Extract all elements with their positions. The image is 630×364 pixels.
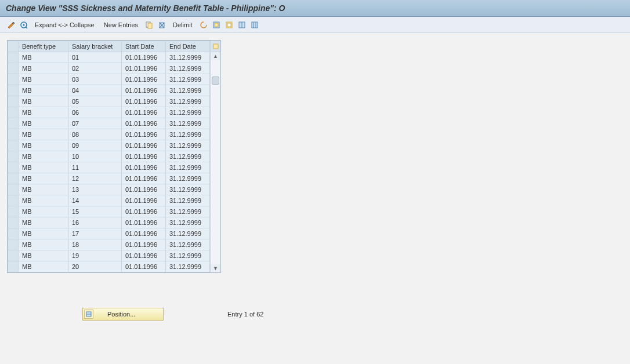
cell-start-date[interactable]: 01.01.1996 bbox=[122, 162, 166, 173]
cell-start-date[interactable]: 01.01.1996 bbox=[122, 85, 166, 96]
col-start-date[interactable]: Start Date bbox=[122, 41, 166, 52]
select-all-icon[interactable] bbox=[211, 20, 222, 30]
table-row[interactable]: MB0901.01.199631.12.9999 bbox=[8, 140, 210, 151]
table-row[interactable]: MB1901.01.199631.12.9999 bbox=[8, 250, 210, 261]
cell-end-date[interactable]: 31.12.9999 bbox=[166, 151, 210, 162]
cell-end-date[interactable]: 31.12.9999 bbox=[166, 63, 210, 74]
cell-benefit-type[interactable]: MB bbox=[19, 184, 68, 195]
cell-benefit-type[interactable]: MB bbox=[19, 250, 68, 261]
cell-start-date[interactable]: 01.01.1996 bbox=[122, 63, 166, 74]
table-row[interactable]: MB1401.01.199631.12.9999 bbox=[8, 195, 210, 206]
cell-salary-bracket[interactable]: 16 bbox=[68, 217, 122, 228]
cell-salary-bracket[interactable]: 03 bbox=[68, 74, 122, 85]
config-column2-icon[interactable] bbox=[249, 20, 260, 30]
table-row[interactable]: MB1001.01.199631.12.9999 bbox=[8, 151, 210, 162]
scroll-down-icon[interactable]: ▼ bbox=[213, 264, 218, 272]
cell-benefit-type[interactable]: MB bbox=[19, 151, 68, 162]
cell-salary-bracket[interactable]: 17 bbox=[68, 228, 122, 239]
table-row[interactable]: MB1701.01.199631.12.9999 bbox=[8, 228, 210, 239]
row-selector[interactable] bbox=[8, 52, 19, 63]
row-selector[interactable] bbox=[8, 85, 19, 96]
row-selector[interactable] bbox=[8, 118, 19, 129]
cell-start-date[interactable]: 01.01.1996 bbox=[122, 74, 166, 85]
table-settings-icon[interactable] bbox=[211, 41, 220, 52]
table-row[interactable]: MB0801.01.199631.12.9999 bbox=[8, 129, 210, 140]
cell-end-date[interactable]: 31.12.9999 bbox=[166, 250, 210, 261]
config-column-icon[interactable] bbox=[237, 20, 247, 30]
cell-end-date[interactable]: 31.12.9999 bbox=[166, 206, 210, 217]
cell-salary-bracket[interactable]: 09 bbox=[68, 140, 122, 151]
scroll-track[interactable] bbox=[211, 60, 220, 264]
cell-benefit-type[interactable]: MB bbox=[19, 118, 68, 129]
cell-benefit-type[interactable]: MB bbox=[19, 206, 68, 217]
cell-end-date[interactable]: 31.12.9999 bbox=[166, 107, 210, 118]
cell-salary-bracket[interactable]: 04 bbox=[68, 85, 122, 96]
row-selector[interactable] bbox=[8, 206, 19, 217]
row-selector[interactable] bbox=[8, 228, 19, 239]
row-selector-header[interactable] bbox=[8, 41, 19, 52]
cell-end-date[interactable]: 31.12.9999 bbox=[166, 239, 210, 250]
cell-salary-bracket[interactable]: 02 bbox=[68, 63, 122, 74]
cell-end-date[interactable]: 31.12.9999 bbox=[166, 85, 210, 96]
cell-end-date[interactable]: 31.12.9999 bbox=[166, 217, 210, 228]
table-row[interactable]: MB0601.01.199631.12.9999 bbox=[8, 107, 210, 118]
cell-benefit-type[interactable]: MB bbox=[19, 261, 68, 272]
cell-salary-bracket[interactable]: 10 bbox=[68, 151, 122, 162]
table-row[interactable]: MB0201.01.199631.12.9999 bbox=[8, 63, 210, 74]
cell-end-date[interactable]: 31.12.9999 bbox=[166, 261, 210, 272]
cell-start-date[interactable]: 01.01.1996 bbox=[122, 96, 166, 107]
row-selector[interactable] bbox=[8, 195, 19, 206]
position-button[interactable]: Position... bbox=[82, 308, 164, 321]
cell-benefit-type[interactable]: MB bbox=[19, 52, 68, 63]
row-selector[interactable] bbox=[8, 96, 19, 107]
other-view-icon[interactable] bbox=[19, 20, 29, 30]
scroll-up-icon[interactable]: ▲ bbox=[213, 52, 218, 60]
cell-salary-bracket[interactable]: 05 bbox=[68, 96, 122, 107]
cell-benefit-type[interactable]: MB bbox=[19, 63, 68, 74]
new-entries-button[interactable]: New Entries bbox=[104, 21, 138, 28]
table-row[interactable]: MB0101.01.199631.12.9999 bbox=[8, 52, 210, 63]
table-row[interactable]: MB1301.01.199631.12.9999 bbox=[8, 184, 210, 195]
cell-end-date[interactable]: 31.12.9999 bbox=[166, 52, 210, 63]
row-selector[interactable] bbox=[8, 140, 19, 151]
cell-end-date[interactable]: 31.12.9999 bbox=[166, 162, 210, 173]
cell-salary-bracket[interactable]: 13 bbox=[68, 184, 122, 195]
cell-start-date[interactable]: 01.01.1996 bbox=[122, 184, 166, 195]
cell-salary-bracket[interactable]: 01 bbox=[68, 52, 122, 63]
delimit-button[interactable]: Delimit bbox=[173, 21, 193, 28]
row-selector[interactable] bbox=[8, 107, 19, 118]
cell-benefit-type[interactable]: MB bbox=[19, 162, 68, 173]
row-selector[interactable] bbox=[8, 261, 19, 272]
cell-benefit-type[interactable]: MB bbox=[19, 74, 68, 85]
row-selector[interactable] bbox=[8, 151, 19, 162]
delete-icon[interactable] bbox=[157, 20, 167, 30]
cell-salary-bracket[interactable]: 12 bbox=[68, 173, 122, 184]
cell-salary-bracket[interactable]: 08 bbox=[68, 129, 122, 140]
cell-benefit-type[interactable]: MB bbox=[19, 96, 68, 107]
cell-end-date[interactable]: 31.12.9999 bbox=[166, 96, 210, 107]
scroll-thumb[interactable] bbox=[212, 77, 219, 85]
cell-start-date[interactable]: 01.01.1996 bbox=[122, 140, 166, 151]
cell-benefit-type[interactable]: MB bbox=[19, 173, 68, 184]
cell-end-date[interactable]: 31.12.9999 bbox=[166, 129, 210, 140]
cell-benefit-type[interactable]: MB bbox=[19, 107, 68, 118]
row-selector[interactable] bbox=[8, 173, 19, 184]
expand-collapse-button[interactable]: Expand <-> Collapse bbox=[35, 21, 95, 28]
col-benefit-type[interactable]: Benefit type bbox=[19, 41, 68, 52]
cell-start-date[interactable]: 01.01.1996 bbox=[122, 118, 166, 129]
cell-end-date[interactable]: 31.12.9999 bbox=[166, 228, 210, 239]
cell-salary-bracket[interactable]: 18 bbox=[68, 239, 122, 250]
row-selector[interactable] bbox=[8, 184, 19, 195]
cell-salary-bracket[interactable]: 19 bbox=[68, 250, 122, 261]
cell-salary-bracket[interactable]: 07 bbox=[68, 118, 122, 129]
row-selector[interactable] bbox=[8, 217, 19, 228]
table-row[interactable]: MB0701.01.199631.12.9999 bbox=[8, 118, 210, 129]
cell-end-date[interactable]: 31.12.9999 bbox=[166, 195, 210, 206]
cell-salary-bracket[interactable]: 15 bbox=[68, 206, 122, 217]
cell-benefit-type[interactable]: MB bbox=[19, 239, 68, 250]
cell-benefit-type[interactable]: MB bbox=[19, 140, 68, 151]
cell-salary-bracket[interactable]: 14 bbox=[68, 195, 122, 206]
cell-start-date[interactable]: 01.01.1996 bbox=[122, 261, 166, 272]
cell-end-date[interactable]: 31.12.9999 bbox=[166, 74, 210, 85]
table-row[interactable]: MB1201.01.199631.12.9999 bbox=[8, 173, 210, 184]
